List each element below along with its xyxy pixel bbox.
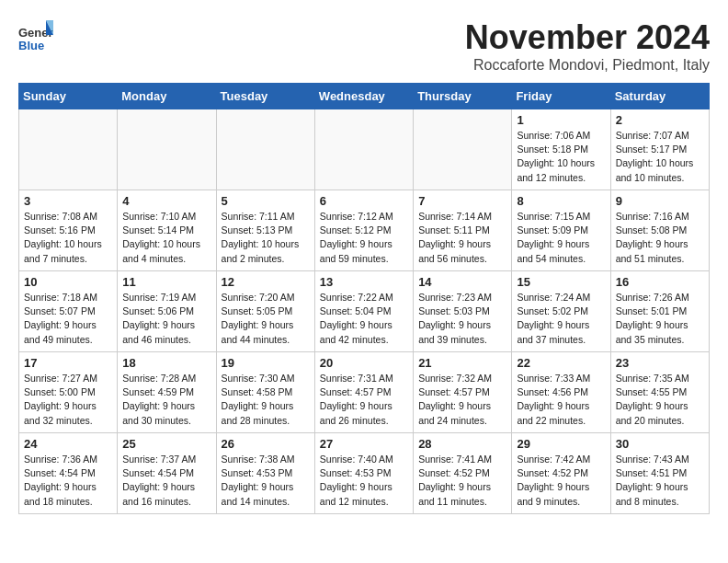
day-number: 14	[418, 275, 506, 289]
page-header: General Blue November 2024 Roccaforte Mo…	[18, 18, 710, 74]
calendar-cell: 19Sunrise: 7:30 AM Sunset: 4:58 PM Dayli…	[216, 352, 314, 433]
calendar-cell: 9Sunrise: 7:16 AM Sunset: 5:08 PM Daylig…	[610, 190, 709, 271]
day-info: Sunrise: 7:19 AM Sunset: 5:06 PM Dayligh…	[122, 291, 210, 347]
day-number: 30	[616, 437, 704, 451]
calendar-cell: 17Sunrise: 7:27 AM Sunset: 5:00 PM Dayli…	[19, 352, 118, 433]
day-number: 29	[517, 437, 605, 451]
day-info: Sunrise: 7:43 AM Sunset: 4:51 PM Dayligh…	[616, 453, 704, 509]
calendar-cell: 2Sunrise: 7:07 AM Sunset: 5:17 PM Daylig…	[610, 109, 709, 190]
calendar-cell: 27Sunrise: 7:40 AM Sunset: 4:53 PM Dayli…	[314, 433, 413, 514]
calendar-cell	[216, 109, 314, 190]
weekday-header-wednesday: Wednesday	[314, 84, 413, 109]
day-info: Sunrise: 7:32 AM Sunset: 4:57 PM Dayligh…	[418, 372, 506, 428]
weekday-header-row: SundayMondayTuesdayWednesdayThursdayFrid…	[19, 84, 710, 109]
calendar-cell: 23Sunrise: 7:35 AM Sunset: 4:55 PM Dayli…	[610, 352, 709, 433]
day-number: 5	[222, 194, 310, 208]
calendar-cell: 16Sunrise: 7:26 AM Sunset: 5:01 PM Dayli…	[610, 271, 709, 352]
calendar-cell: 25Sunrise: 7:37 AM Sunset: 4:54 PM Dayli…	[118, 433, 216, 514]
calendar-table: SundayMondayTuesdayWednesdayThursdayFrid…	[18, 83, 710, 514]
calendar-cell: 8Sunrise: 7:15 AM Sunset: 5:09 PM Daylig…	[512, 190, 610, 271]
day-number: 22	[517, 356, 605, 370]
day-number: 20	[320, 356, 408, 370]
location: Roccaforte Mondovi, Piedmont, Italy	[465, 57, 710, 74]
day-number: 12	[222, 275, 310, 289]
day-info: Sunrise: 7:40 AM Sunset: 4:53 PM Dayligh…	[320, 453, 408, 509]
calendar-cell	[118, 109, 216, 190]
day-number: 26	[222, 437, 310, 451]
calendar-cell: 29Sunrise: 7:42 AM Sunset: 4:52 PM Dayli…	[512, 433, 610, 514]
calendar-cell: 28Sunrise: 7:41 AM Sunset: 4:52 PM Dayli…	[414, 433, 512, 514]
title-block: November 2024 Roccaforte Mondovi, Piedmo…	[465, 18, 710, 74]
day-info: Sunrise: 7:24 AM Sunset: 5:02 PM Dayligh…	[517, 291, 605, 347]
week-row-1: 1Sunrise: 7:06 AM Sunset: 5:18 PM Daylig…	[19, 109, 710, 190]
day-number: 25	[122, 437, 210, 451]
calendar-cell: 21Sunrise: 7:32 AM Sunset: 4:57 PM Dayli…	[414, 352, 512, 433]
day-info: Sunrise: 7:06 AM Sunset: 5:18 PM Dayligh…	[517, 129, 605, 185]
day-number: 17	[24, 356, 112, 370]
day-info: Sunrise: 7:07 AM Sunset: 5:17 PM Dayligh…	[616, 129, 704, 185]
calendar-cell	[414, 109, 512, 190]
day-number: 18	[122, 356, 210, 370]
day-number: 1	[517, 113, 605, 127]
week-row-4: 17Sunrise: 7:27 AM Sunset: 5:00 PM Dayli…	[19, 352, 710, 433]
day-number: 15	[517, 275, 605, 289]
day-number: 2	[616, 113, 704, 127]
day-number: 13	[320, 275, 408, 289]
day-info: Sunrise: 7:15 AM Sunset: 5:09 PM Dayligh…	[517, 210, 605, 266]
day-info: Sunrise: 7:20 AM Sunset: 5:05 PM Dayligh…	[222, 291, 310, 347]
day-number: 3	[24, 194, 112, 208]
weekday-header-friday: Friday	[512, 84, 610, 109]
calendar-cell: 12Sunrise: 7:20 AM Sunset: 5:05 PM Dayli…	[216, 271, 314, 352]
day-info: Sunrise: 7:10 AM Sunset: 5:14 PM Dayligh…	[122, 210, 210, 266]
weekday-header-sunday: Sunday	[19, 84, 118, 109]
day-number: 23	[616, 356, 704, 370]
calendar-cell	[314, 109, 413, 190]
day-number: 11	[122, 275, 210, 289]
day-info: Sunrise: 7:28 AM Sunset: 4:59 PM Dayligh…	[122, 372, 210, 428]
calendar-cell: 22Sunrise: 7:33 AM Sunset: 4:56 PM Dayli…	[512, 352, 610, 433]
calendar-cell: 26Sunrise: 7:38 AM Sunset: 4:53 PM Dayli…	[216, 433, 314, 514]
day-number: 27	[320, 437, 408, 451]
day-info: Sunrise: 7:33 AM Sunset: 4:56 PM Dayligh…	[517, 372, 605, 428]
calendar-cell: 20Sunrise: 7:31 AM Sunset: 4:57 PM Dayli…	[314, 352, 413, 433]
calendar-cell: 10Sunrise: 7:18 AM Sunset: 5:07 PM Dayli…	[19, 271, 118, 352]
day-number: 16	[616, 275, 704, 289]
weekday-header-tuesday: Tuesday	[216, 84, 314, 109]
day-number: 7	[418, 194, 506, 208]
calendar-cell: 5Sunrise: 7:11 AM Sunset: 5:13 PM Daylig…	[216, 190, 314, 271]
calendar-cell: 15Sunrise: 7:24 AM Sunset: 5:02 PM Dayli…	[512, 271, 610, 352]
weekday-header-saturday: Saturday	[610, 84, 709, 109]
day-info: Sunrise: 7:16 AM Sunset: 5:08 PM Dayligh…	[616, 210, 704, 266]
calendar-cell: 4Sunrise: 7:10 AM Sunset: 5:14 PM Daylig…	[118, 190, 216, 271]
day-number: 4	[122, 194, 210, 208]
calendar-cell: 7Sunrise: 7:14 AM Sunset: 5:11 PM Daylig…	[414, 190, 512, 271]
day-info: Sunrise: 7:22 AM Sunset: 5:04 PM Dayligh…	[320, 291, 408, 347]
week-row-2: 3Sunrise: 7:08 AM Sunset: 5:16 PM Daylig…	[19, 190, 710, 271]
day-number: 10	[24, 275, 112, 289]
weekday-header-thursday: Thursday	[414, 84, 512, 109]
day-info: Sunrise: 7:38 AM Sunset: 4:53 PM Dayligh…	[222, 453, 310, 509]
day-info: Sunrise: 7:30 AM Sunset: 4:58 PM Dayligh…	[222, 372, 310, 428]
calendar-cell: 18Sunrise: 7:28 AM Sunset: 4:59 PM Dayli…	[118, 352, 216, 433]
calendar-cell: 14Sunrise: 7:23 AM Sunset: 5:03 PM Dayli…	[414, 271, 512, 352]
day-info: Sunrise: 7:12 AM Sunset: 5:12 PM Dayligh…	[320, 210, 408, 266]
day-number: 8	[517, 194, 605, 208]
week-row-5: 24Sunrise: 7:36 AM Sunset: 4:54 PM Dayli…	[19, 433, 710, 514]
day-number: 21	[418, 356, 506, 370]
logo-icon: General Blue	[18, 18, 53, 53]
day-info: Sunrise: 7:14 AM Sunset: 5:11 PM Dayligh…	[418, 210, 506, 266]
svg-text:Blue: Blue	[18, 39, 44, 52]
day-info: Sunrise: 7:11 AM Sunset: 5:13 PM Dayligh…	[222, 210, 310, 266]
day-info: Sunrise: 7:35 AM Sunset: 4:55 PM Dayligh…	[616, 372, 704, 428]
calendar-cell: 6Sunrise: 7:12 AM Sunset: 5:12 PM Daylig…	[314, 190, 413, 271]
day-number: 9	[616, 194, 704, 208]
day-number: 28	[418, 437, 506, 451]
day-number: 19	[222, 356, 310, 370]
calendar-cell: 1Sunrise: 7:06 AM Sunset: 5:18 PM Daylig…	[512, 109, 610, 190]
calendar-cell: 3Sunrise: 7:08 AM Sunset: 5:16 PM Daylig…	[19, 190, 118, 271]
day-number: 24	[24, 437, 112, 451]
day-info: Sunrise: 7:08 AM Sunset: 5:16 PM Dayligh…	[24, 210, 112, 266]
calendar-cell: 24Sunrise: 7:36 AM Sunset: 4:54 PM Dayli…	[19, 433, 118, 514]
day-info: Sunrise: 7:18 AM Sunset: 5:07 PM Dayligh…	[24, 291, 112, 347]
month-title: November 2024	[465, 18, 710, 57]
